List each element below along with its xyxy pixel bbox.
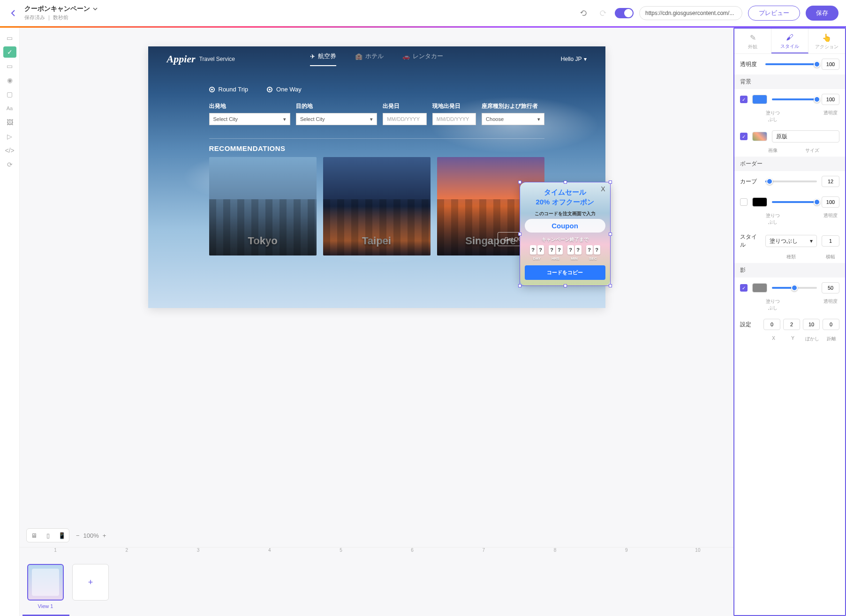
- preview-button[interactable]: プレビュー: [748, 6, 800, 21]
- save-button[interactable]: 保存: [806, 6, 838, 21]
- popup-headline2: 20% オフクーポン: [525, 198, 605, 207]
- campaign-title[interactable]: クーポンキャンペーン: [24, 5, 98, 13]
- chevron-down-icon: [93, 8, 98, 10]
- bg-fill-swatch[interactable]: [752, 95, 767, 104]
- views-row: View 1 +: [20, 558, 733, 615]
- shadow-fill-checkbox[interactable]: ✓: [740, 284, 748, 292]
- reco-card-taipei[interactable]: Taipei: [323, 157, 431, 255]
- shadow-y-input[interactable]: [783, 319, 800, 330]
- radio-roundtrip[interactable]: Round Trip: [209, 86, 249, 93]
- select-departure[interactable]: Select City▾: [209, 113, 290, 125]
- border-width-input[interactable]: [822, 235, 839, 247]
- add-view-button[interactable]: +: [71, 564, 110, 601]
- shadow-x-input[interactable]: [763, 319, 780, 330]
- curve-label: カーブ: [740, 178, 761, 186]
- tool-embed-icon[interactable]: ▷: [3, 131, 16, 142]
- coupon-popup[interactable]: X タイムセール 20% オフクーポン このコードを注文画面で入力 Coupon…: [520, 182, 610, 285]
- view-thumb-1[interactable]: View 1: [26, 564, 65, 609]
- border-opacity-slider[interactable]: [772, 201, 817, 203]
- curve-input[interactable]: [822, 176, 839, 187]
- site-logo: Appier: [167, 53, 196, 65]
- radio-oneway[interactable]: One Way: [267, 86, 302, 93]
- tool-text-icon[interactable]: Aa: [3, 103, 16, 114]
- resize-handle[interactable]: [609, 180, 612, 184]
- tool-check-icon[interactable]: ✓: [3, 46, 16, 58]
- opacity-slider[interactable]: [765, 63, 817, 65]
- tool-code-icon[interactable]: </>: [3, 145, 16, 156]
- label-dep-date: 出発日: [383, 102, 426, 110]
- style-icon: 🖌: [786, 33, 793, 42]
- zoom-out-button[interactable]: −: [76, 532, 80, 539]
- shadow-opacity-input[interactable]: [822, 282, 839, 293]
- canvas-area: Appier Travel Service ✈ 航空券 🏨 ホテル 🚗 レンタカ…: [20, 28, 733, 616]
- bg-image-swatch[interactable]: [752, 132, 767, 141]
- input-dep-date[interactable]: MM/DD/YYYY: [383, 113, 426, 125]
- title-text: クーポンキャンペーン: [24, 5, 90, 13]
- countdown: ??DAY ??HRS ??MIN ??SEC: [525, 245, 605, 261]
- zoom-in-button[interactable]: +: [103, 532, 106, 539]
- timeline-ruler: 1 2 3 4 5 6 7 8 9 10: [20, 547, 733, 558]
- preview-frame[interactable]: Appier Travel Service ✈ 航空券 🏨 ホテル 🚗 レンタカ…: [148, 46, 605, 308]
- popup-desc: このコードを注文画面で入力: [525, 210, 605, 217]
- publish-toggle[interactable]: [615, 8, 634, 18]
- bg-fill-checkbox[interactable]: ✓: [740, 96, 748, 103]
- shadow-dist-input[interactable]: [823, 319, 839, 330]
- select-destination[interactable]: Select City▾: [296, 113, 377, 125]
- appearance-icon: ✎: [750, 33, 756, 42]
- copy-code-button[interactable]: コードをコピー: [525, 265, 605, 280]
- saved-status: 保存済み ｜ 数秒前: [24, 14, 98, 21]
- tab-hotel[interactable]: 🏨 ホテル: [355, 52, 384, 66]
- opacity-input[interactable]: [822, 59, 839, 70]
- panel-tab-style[interactable]: 🖌スタイル: [771, 29, 808, 53]
- popup-headline1: タイムセール: [525, 188, 605, 197]
- panel-tab-appearance[interactable]: ✎外観: [734, 29, 771, 53]
- url-display[interactable]: https://cdn.giosgusercontent.com/...: [639, 6, 742, 20]
- zoom-level: 100%: [83, 532, 99, 539]
- tool-container-icon[interactable]: ▭: [3, 32, 16, 44]
- section-border: ボーダー: [734, 157, 845, 171]
- bg-fill-input[interactable]: [822, 94, 839, 105]
- border-style-label: スタイル: [740, 233, 761, 249]
- border-fill-swatch[interactable]: [752, 197, 767, 207]
- title-block: クーポンキャンペーン 保存済み ｜ 数秒前: [24, 5, 98, 21]
- site-logo-sub: Travel Service: [199, 56, 235, 62]
- tab-flight[interactable]: ✈ 航空券: [310, 52, 336, 66]
- border-opacity-input[interactable]: [822, 196, 839, 208]
- tool-input-icon[interactable]: ▭: [3, 60, 16, 72]
- popup-close-icon[interactable]: X: [601, 185, 605, 193]
- redo-button[interactable]: [596, 7, 609, 20]
- right-panel: ✎外観 🖌スタイル 👆アクション 透明度 背景 ✓: [733, 28, 846, 616]
- device-mobile-icon[interactable]: 📱: [55, 529, 69, 542]
- shadow-settings-label: 設定: [740, 321, 759, 329]
- curve-slider[interactable]: [765, 180, 817, 182]
- device-desktop-icon[interactable]: 🖥: [27, 529, 41, 542]
- shadow-blur-input[interactable]: [803, 319, 820, 330]
- panel-tab-action[interactable]: 👆アクション: [808, 29, 845, 53]
- back-button[interactable]: [8, 8, 19, 19]
- tab-car[interactable]: 🚗 レンタカー: [402, 52, 443, 66]
- action-icon: 👆: [822, 33, 831, 42]
- tool-rect-icon[interactable]: ▢: [3, 89, 16, 100]
- reco-card-tokyo[interactable]: Tokyo: [209, 157, 317, 255]
- popup-selection[interactable]: X タイムセール 20% オフクーポン このコードを注文画面で入力 Coupon…: [520, 182, 610, 285]
- reco-heading: RECOMMENDATIONS: [209, 144, 544, 152]
- tool-radio-icon[interactable]: ◉: [3, 75, 16, 86]
- shadow-fill-swatch[interactable]: [752, 283, 767, 293]
- bg-image-checkbox[interactable]: ✓: [740, 133, 748, 140]
- bg-fill-slider[interactable]: [772, 98, 817, 100]
- border-kind-select[interactable]: 塗りつぶし▾: [765, 235, 817, 247]
- left-toolbar: ▭ ✓ ▭ ◉ ▢ Aa 🖼 ▷ </> ⟳: [0, 28, 20, 616]
- input-ret-date[interactable]: MM/DD/YYYY: [432, 113, 476, 125]
- resize-handle[interactable]: [609, 284, 612, 287]
- tool-refresh-icon[interactable]: ⟳: [3, 159, 16, 170]
- label-destination: 目的地: [296, 102, 377, 110]
- undo-button[interactable]: [577, 7, 590, 20]
- select-class[interactable]: Choose▾: [482, 113, 544, 125]
- border-fill-checkbox[interactable]: [740, 198, 748, 206]
- shadow-opacity-slider[interactable]: [772, 287, 817, 289]
- user-greeting[interactable]: Hello JP ▾: [561, 56, 587, 62]
- bg-size-select[interactable]: 原版: [772, 130, 839, 143]
- canvas-controls: 🖥 ▯ 📱 − 100% +: [20, 524, 733, 547]
- tool-image-icon[interactable]: 🖼: [3, 117, 16, 128]
- device-tablet-icon[interactable]: ▯: [41, 529, 55, 542]
